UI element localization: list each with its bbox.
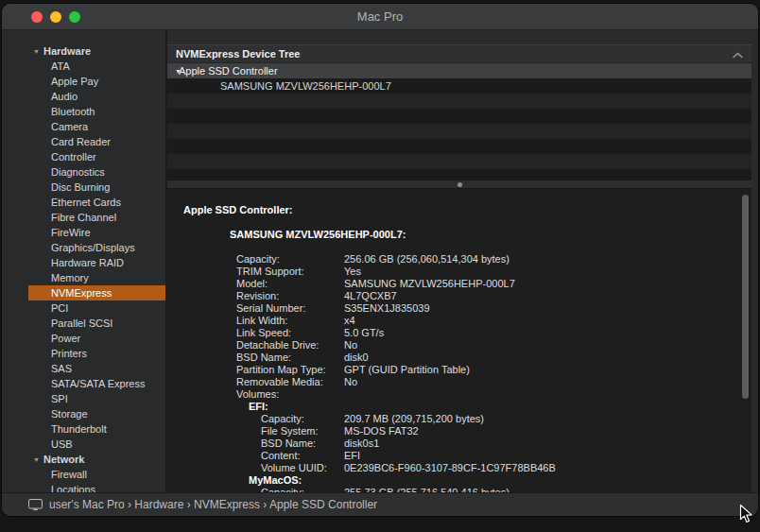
sidebar-item-storage[interactable]: Storage (28, 406, 165, 421)
chevron-up-icon[interactable] (733, 45, 743, 62)
sidebar-item-power[interactable]: Power (28, 331, 165, 346)
device-tree-row-label: SAMSUNG MZVLW256HEHP-000L7 (220, 80, 391, 92)
detail-key: BSD Name: (167, 352, 344, 364)
detail-row: TRIM Support:Yes (167, 266, 751, 278)
sidebar: ▼HardwareATAApple PayAudioBluetoothCamer… (28, 30, 165, 492)
disclosure-triangle-icon[interactable]: ▼ (31, 456, 43, 463)
sidebar-item-firewire[interactable]: FireWire (28, 225, 165, 240)
splitter-handle[interactable] (167, 180, 751, 189)
window-title: Mac Pro (2, 9, 758, 24)
sidebar-list: ▼HardwareATAApple PayAudioBluetoothCamer… (28, 43, 165, 492)
detail-key: BSD Name: (167, 438, 344, 450)
detail-key: Content: (167, 450, 344, 462)
system-information-window: Mac Pro ▼HardwareATAApple PayAudioBlueto… (2, 4, 758, 516)
detail-row: Link Width:x4 (167, 315, 751, 327)
detail-row: Model:SAMSUNG MZVLW256HEHP-000L7 (167, 278, 751, 290)
sidebar-item-audio[interactable]: Audio (28, 89, 165, 104)
sidebar-item-apple-pay[interactable]: Apple Pay (28, 74, 165, 89)
detail-row: BSD Name:disk0s1 (167, 438, 751, 450)
detail-value: S35ENX1J835039 (344, 302, 430, 315)
sidebar-item-nvmexpress[interactable]: NVMExpress (28, 285, 165, 300)
device-tree-row-apple-ssd-controller[interactable]: ▼Apple SSD Controller (167, 63, 751, 78)
device-tree-row-samsung-mzvlw256hehp-000l7[interactable]: SAMSUNG MZVLW256HEHP-000L7 (167, 78, 751, 94)
computer-icon (28, 499, 43, 511)
sidebar-item-diagnostics[interactable]: Diagnostics (28, 164, 165, 180)
sidebar-section-network[interactable]: ▼Network (28, 452, 165, 467)
device-tree-empty-row (167, 154, 751, 169)
sidebar-item-thunderbolt[interactable]: Thunderbolt (28, 421, 165, 437)
zoom-button[interactable] (69, 11, 80, 23)
detail-key: MyMacOS: (167, 474, 344, 487)
sidebar-item-controller[interactable]: Controller (28, 149, 165, 164)
detail-row: Detachable Drive:No (167, 339, 751, 352)
details-heading: SAMSUNG MZVLW256HEHP-000L7: (167, 229, 751, 241)
details-content: Apple SSD Controller:SAMSUNG MZVLW256HEH… (167, 189, 751, 492)
close-button[interactable] (31, 11, 43, 23)
sidebar-item-ata[interactable]: ATA (28, 59, 165, 74)
details-scrollbar[interactable] (741, 193, 750, 489)
detail-value: EFI (344, 450, 360, 462)
detail-key: File System: (167, 425, 344, 438)
traffic-lights (31, 4, 80, 29)
detail-value: Yes (344, 266, 361, 278)
sidebar-item-memory[interactable]: Memory (28, 270, 165, 285)
disclosure-triangle-icon[interactable]: ▼ (167, 68, 179, 75)
detail-row: Volumes: (167, 388, 751, 401)
sidebar-section-hardware[interactable]: ▼Hardware (28, 43, 165, 59)
detail-row: BSD Name:disk0 (167, 352, 751, 364)
mouse-cursor (737, 504, 754, 524)
sidebar-item-pci[interactable]: PCI (28, 300, 165, 316)
device-tree-header[interactable]: NVMExpress Device Tree (167, 44, 751, 63)
sidebar-item-camera[interactable]: Camera (28, 119, 165, 134)
detail-row: Link Speed:5.0 GT/s (167, 327, 751, 339)
detail-value: 209.7 MB (209,715,200 bytes) (344, 413, 484, 425)
sidebar-item-bluetooth[interactable]: Bluetooth (28, 104, 165, 119)
detail-row: MyMacOS: (167, 474, 751, 487)
detail-row: Serial Number:S35ENX1J835039 (167, 302, 751, 315)
sidebar-section-label: Hardware (43, 45, 91, 57)
detail-key: Serial Number: (167, 302, 344, 315)
disclosure-triangle-icon[interactable]: ▼ (31, 48, 43, 55)
detail-key: Link Width: (167, 315, 344, 327)
device-tree-empty-row (167, 169, 751, 180)
detail-row: Capacity:256.06 GB (256,060,514,304 byte… (167, 253, 751, 266)
device-tree-empty-row (167, 109, 751, 124)
detail-value: 0E239BC6-F960-3107-89CF-1C97F78BB46B (344, 462, 556, 474)
detail-key: Partition Map Type: (167, 364, 344, 376)
device-tree-empty-row (167, 139, 751, 154)
sidebar-item-firewall[interactable]: Firewall (28, 467, 165, 482)
device-tree-empty-row (167, 94, 751, 109)
minimize-button[interactable] (50, 11, 61, 23)
detail-key: EFI: (167, 401, 344, 413)
sidebar-item-sata-sata-express[interactable]: SATA/SATA Express (28, 376, 165, 391)
detail-key: Volume UUID: (167, 462, 344, 474)
title-bar[interactable]: Mac Pro (2, 4, 758, 30)
detail-row: File System:MS-DOS FAT32 (167, 425, 751, 438)
status-bar: user's Mac Pro › Hardware › NVMExpress ›… (2, 492, 758, 516)
sidebar-item-disc-burning[interactable]: Disc Burning (28, 180, 165, 195)
detail-key: Link Speed: (167, 327, 344, 339)
details-panel: Apple SSD Controller:SAMSUNG MZVLW256HEH… (167, 189, 751, 492)
sidebar-item-usb[interactable]: USB (28, 437, 165, 452)
detail-value: 5.0 GT/s (344, 327, 384, 339)
sidebar-item-spi[interactable]: SPI (28, 391, 165, 406)
sidebar-item-hardware-raid[interactable]: Hardware RAID (28, 255, 165, 270)
scrollbar-thumb[interactable] (742, 195, 749, 399)
sidebar-item-fibre-channel[interactable]: Fibre Channel (28, 210, 165, 225)
detail-value: x4 (344, 315, 355, 327)
device-tree-row-label: Apple SSD Controller (179, 65, 278, 77)
detail-value: disk0 (344, 352, 369, 364)
sidebar-item-card-reader[interactable]: Card Reader (28, 134, 165, 149)
sidebar-item-ethernet-cards[interactable]: Ethernet Cards (28, 195, 165, 210)
device-tree: ▼Apple SSD ControllerSAMSUNG MZVLW256HEH… (167, 63, 751, 180)
sidebar-item-printers[interactable]: Printers (28, 346, 165, 361)
sidebar-item-parallel-scsi[interactable]: Parallel SCSI (28, 316, 165, 331)
splitter-grip-icon[interactable] (458, 182, 462, 187)
sidebar-item-locations[interactable]: Locations (28, 482, 165, 492)
content-area: NVMExpress Device Tree ▼Apple SSD Contro… (167, 30, 751, 492)
sidebar-item-graphics-displays[interactable]: Graphics/Displays (28, 240, 165, 255)
detail-value: disk0s1 (344, 438, 379, 450)
sidebar-item-sas[interactable]: SAS (28, 361, 165, 376)
device-tree-title: NVMExpress Device Tree (176, 48, 733, 60)
detail-value: MS-DOS FAT32 (344, 425, 419, 438)
